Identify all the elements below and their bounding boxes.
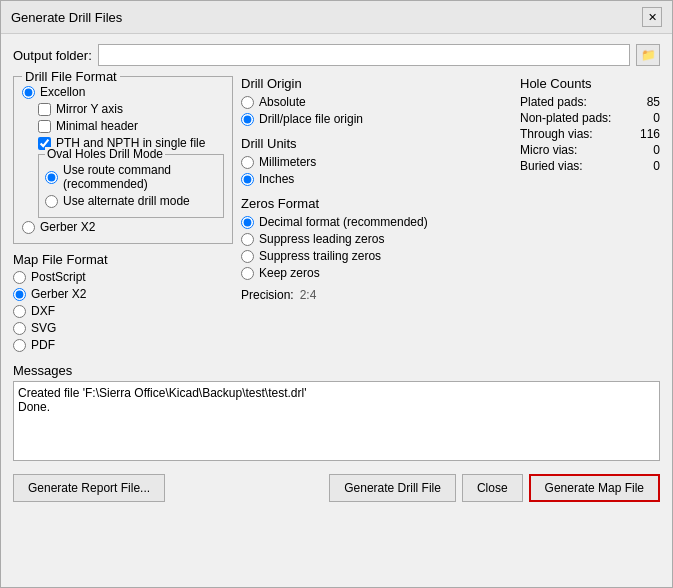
zeros-format-section: Zeros Format Decimal format (recommended… [241,196,512,280]
drill-file-format-title: Drill File Format [22,69,120,84]
svg-label: SVG [31,321,56,335]
decimal-radio[interactable] [241,216,254,229]
zeros-format-title: Zeros Format [241,196,512,211]
messages-section: Messages [13,363,660,464]
keep-zeros-radio[interactable] [241,267,254,280]
inches-label: Inches [259,172,294,186]
output-row: Output folder: 📁 [13,44,660,66]
dxf-label: DXF [31,304,55,318]
excellon-radio[interactable] [22,86,35,99]
drill-units-title: Drill Units [241,136,512,151]
suppress-leading-radio[interactable] [241,233,254,246]
absolute-row: Absolute [241,95,512,109]
map-file-format-section: Map File Format PostScript Gerber X2 DXF [13,252,233,352]
output-folder-input[interactable] [98,44,630,66]
inches-radio[interactable] [241,173,254,186]
micro-vias-value: 0 [653,143,660,157]
browse-folder-button[interactable]: 📁 [636,44,660,66]
gerber-x2-radio-row: Gerber X2 [22,220,224,234]
map-file-format-title: Map File Format [13,252,233,267]
non-plated-row: Non-plated pads: 0 [520,111,660,125]
suppress-leading-label: Suppress leading zeros [259,232,384,246]
millimeters-row: Millimeters [241,155,512,169]
use-alternate-label: Use alternate drill mode [63,194,190,208]
inches-row: Inches [241,172,512,186]
left-column: Drill File Format Excellon Mirror Y axis [13,76,233,355]
plated-pads-label: Plated pads: [520,95,587,109]
title-bar: Generate Drill Files ✕ [1,1,672,34]
dialog-body: Output folder: 📁 Drill File Format Excel… [1,34,672,512]
absolute-radio[interactable] [241,96,254,109]
map-gerber-x2-radio[interactable] [13,288,26,301]
dialog-title: Generate Drill Files [11,10,122,25]
use-alternate-row: Use alternate drill mode [45,194,217,208]
bottom-buttons: Generate Report File... Generate Drill F… [13,474,660,502]
postscript-radio[interactable] [13,271,26,284]
pdf-label: PDF [31,338,55,352]
postscript-label: PostScript [31,270,86,284]
minimal-header-label: Minimal header [56,119,138,133]
hole-counts-section: Hole Counts Plated pads: 85 Non-plated p… [520,76,660,173]
dxf-radio[interactable] [13,305,26,318]
mirror-y-label: Mirror Y axis [56,102,123,116]
buried-vias-label: Buried vias: [520,159,583,173]
keep-zeros-row: Keep zeros [241,266,512,280]
decimal-row: Decimal format (recommended) [241,215,512,229]
precision-row: Precision: 2:4 [241,288,512,302]
gerber-x2-radio[interactable] [22,221,35,234]
map-gerber-x2-row: Gerber X2 [13,287,233,301]
postscript-row: PostScript [13,270,233,284]
close-button[interactable]: Close [462,474,523,502]
non-plated-label: Non-plated pads: [520,111,611,125]
drill-units-section: Drill Units Millimeters Inches [241,136,512,186]
through-vias-value: 116 [640,127,660,141]
drill-file-format-group: Drill File Format Excellon Mirror Y axis [13,76,233,244]
use-alternate-radio[interactable] [45,195,58,208]
output-label: Output folder: [13,48,92,63]
pdf-radio[interactable] [13,339,26,352]
svg-row: SVG [13,321,233,335]
through-vias-label: Through vias: [520,127,593,141]
millimeters-radio[interactable] [241,156,254,169]
main-dialog: Generate Drill Files ✕ Output folder: 📁 … [0,0,673,588]
micro-vias-row: Micro vias: 0 [520,143,660,157]
plated-pads-row: Plated pads: 85 [520,95,660,109]
dxf-row: DXF [13,304,233,318]
drill-origin-title: Drill Origin [241,76,512,91]
buried-vias-row: Buried vias: 0 [520,159,660,173]
precision-value: 2:4 [300,288,317,302]
svg-radio[interactable] [13,322,26,335]
use-route-radio[interactable] [45,171,58,184]
generate-drill-button[interactable]: Generate Drill File [329,474,456,502]
oval-holes-title: Oval Holes Drill Mode [45,147,165,161]
minimal-header-checkbox[interactable] [38,120,51,133]
through-vias-row: Through vias: 116 [520,127,660,141]
generate-report-button[interactable]: Generate Report File... [13,474,165,502]
close-icon[interactable]: ✕ [642,7,662,27]
gerber-x2-label: Gerber X2 [40,220,95,234]
decimal-label: Decimal format (recommended) [259,215,428,229]
right-buttons: Generate Drill File Close Generate Map F… [329,474,660,502]
middle-column: Drill Origin Absolute Drill/place file o… [241,76,512,355]
messages-label: Messages [13,363,660,378]
messages-box[interactable] [13,381,660,461]
drill-place-radio[interactable] [241,113,254,126]
plated-pads-value: 85 [647,95,660,109]
micro-vias-label: Micro vias: [520,143,577,157]
suppress-leading-row: Suppress leading zeros [241,232,512,246]
millimeters-label: Millimeters [259,155,316,169]
buried-vias-value: 0 [653,159,660,173]
suppress-trailing-radio[interactable] [241,250,254,263]
excellon-radio-row: Excellon [22,85,224,99]
generate-map-button[interactable]: Generate Map File [529,474,660,502]
right-column: Hole Counts Plated pads: 85 Non-plated p… [520,76,660,355]
non-plated-value: 0 [653,111,660,125]
map-gerber-x2-label: Gerber X2 [31,287,86,301]
use-route-label: Use route command (recommended) [63,163,217,191]
excellon-label: Excellon [40,85,85,99]
drill-place-label: Drill/place file origin [259,112,363,126]
main-columns: Drill File Format Excellon Mirror Y axis [13,76,660,355]
mirror-y-checkbox[interactable] [38,103,51,116]
absolute-label: Absolute [259,95,306,109]
folder-icon: 📁 [641,48,656,62]
